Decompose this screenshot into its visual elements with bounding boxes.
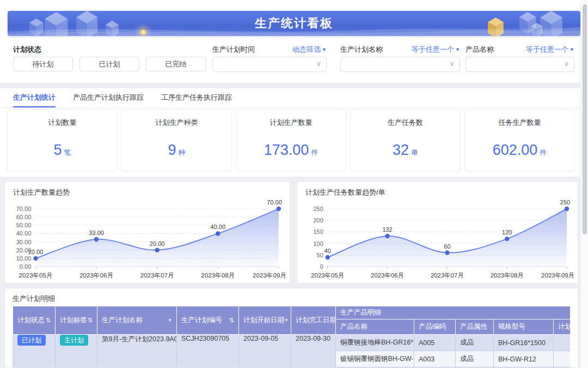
svg-text:50.00: 50.00 (16, 222, 32, 228)
svg-text:70.00: 70.00 (267, 199, 282, 206)
caret-down-icon: ▼ (569, 47, 574, 52)
chart-card-task-quantity-trend: 计划生产任务数量趋势/单 0501001502002502023年05月2023… (297, 181, 578, 283)
tab-process-task-tracking[interactable]: 工序生产任务执行跟踪 (161, 88, 232, 107)
product-name-select[interactable]: ∨ (465, 57, 574, 72)
status-filter-group: 待计划 已计划 已完结 (13, 57, 206, 71)
svg-text:40.00: 40.00 (16, 230, 32, 237)
col-header-product-code[interactable]: 产品编码 (414, 319, 456, 335)
plan-status-cell: 已计划 (13, 335, 56, 368)
tab-product-plan-tracking[interactable]: 产品生产计划执行跟踪 (73, 88, 144, 107)
chart-title: 计划生产数量趋势 (13, 188, 70, 197)
svg-text:2023年09月: 2023年09月 (541, 272, 574, 279)
svg-text:250: 250 (560, 199, 570, 206)
task-quantity-trend-chart[interactable]: 0501001502002502023年05月2023年06月2023年07月2… (299, 199, 575, 281)
stat-card-plan-count: 计划数量 5笔 (7, 109, 118, 171)
stat-card-plan-quantity: 计划生产数量 173.00件 (236, 109, 346, 171)
filter-plan-name-label: 生产计划名称 (340, 45, 383, 55)
svg-text:2023年07月: 2023年07月 (431, 272, 464, 279)
start-date-cell: 2023-09-05 (239, 335, 291, 368)
caret-down-icon: ▼ (455, 47, 460, 52)
col-header-product-spec[interactable]: 规格型号 (494, 319, 554, 335)
plan-name-select[interactable]: ∨ (340, 57, 460, 72)
svg-text:50: 50 (317, 252, 323, 258)
svg-text:150: 150 (314, 228, 323, 235)
svg-text:2023年08月: 2023年08月 (491, 272, 524, 279)
scrollbar-thumb[interactable] (583, 4, 587, 234)
time-select[interactable]: ∨ (212, 57, 327, 72)
svg-text:33.00: 33.00 (89, 230, 104, 236)
svg-text:2023年07月: 2023年07月 (140, 272, 174, 279)
svg-text:2023年05月: 2023年05月 (19, 272, 53, 279)
sort-icon[interactable]: ⇅ (88, 317, 93, 324)
svg-text:30.00: 30.00 (16, 239, 32, 245)
product-attr-cell: 成品 (456, 335, 494, 351)
statistics-panel: 生产计划统计 产品生产计划执行跟踪 工序生产任务执行跟踪 计划数量 5笔 计划生… (0, 88, 588, 177)
status-option-planned-button[interactable]: 已计划 (79, 57, 139, 71)
tag-badge: 主计划 (60, 335, 88, 346)
svg-text:0: 0 (320, 263, 323, 270)
status-option-pending-button[interactable]: 待计划 (13, 57, 73, 71)
col-header-plan-qty[interactable]: 计划生产数量 (554, 319, 571, 335)
vertical-scrollbar[interactable] (580, 0, 588, 368)
plan-detail-section: 生产计划明细 计划状态⇅ 计划标签⇅ 生产计划名称▼ 生产计划编号⇅ 计划开始日… (4, 288, 578, 368)
chart-card-plan-quantity-trend: 计划生产数量趋势 0.0010.0020.0030.0040.0050.0060… (4, 181, 290, 283)
product-spec-cell: BH-GR16*1500 (494, 335, 554, 351)
product-name-cell: 镀锡铜覆钢圆钢BH-GW-R12 (336, 351, 414, 367)
product-name-cell: 铜覆钢接地棒BH-GR16*1500 (336, 335, 414, 351)
col-header-plan-code[interactable]: 生产计划编号⇅ (177, 306, 239, 335)
chevron-down-icon: ∨ (449, 59, 455, 68)
caret-down-icon[interactable]: ▼ (284, 318, 289, 323)
plan-detail-table: 计划状态⇅ 计划标签⇅ 生产计划名称▼ 生产计划编号⇅ 计划开始日期▼ 计划完工… (13, 306, 570, 368)
status-option-closed-button[interactable]: 已完结 (146, 57, 206, 71)
table-title: 生产计划明细 (13, 294, 570, 306)
col-header-plan-tag[interactable]: 计划标签⇅ (56, 306, 97, 335)
plan-name-cell: 第9月-生产计划2023.9A06 (97, 335, 177, 368)
svg-text:10.00: 10.00 (28, 249, 44, 255)
svg-text:2023年06月: 2023年06月 (79, 272, 113, 279)
plan-tag-cell: 主计划 (56, 335, 97, 368)
finish-date-cell: 2023-09-30 (291, 335, 336, 368)
svg-text:2023年08月: 2023年08月 (201, 272, 235, 279)
filter-status-label: 计划状态 (13, 45, 41, 55)
svg-text:250: 250 (314, 206, 323, 212)
svg-text:40: 40 (324, 248, 331, 254)
filter-time-label: 生产计划时间 (212, 45, 255, 55)
col-header-product-attr[interactable]: 产品属性 (456, 319, 494, 335)
product-attr-cell: 成品 (456, 351, 494, 367)
time-operator-dropdown[interactable]: 动态筛选▼ (292, 45, 327, 55)
col-header-start-date[interactable]: 计划开始日期▼ (239, 306, 291, 335)
stat-card-product-kinds: 计划生产种类 9种 (121, 109, 232, 171)
table-row[interactable]: 已计划 主计划 第9月-生产计划2023.9A06 SCJH23090705 2… (13, 335, 571, 351)
stat-value: 5 (53, 142, 62, 158)
plan-quantity-trend-chart[interactable]: 0.0010.0020.0030.0040.0050.0060.0070.002… (7, 199, 287, 281)
caret-down-icon[interactable]: ▼ (168, 318, 172, 323)
chart-title: 计划生产任务数量趋势/单 (305, 188, 385, 197)
group-header-product-detail: 生产产品明细 (336, 306, 571, 319)
svg-text:10.00: 10.00 (16, 255, 32, 262)
tab-plan-statistics[interactable]: 生产计划统计 (13, 88, 56, 107)
sort-icon[interactable]: ⇅ (229, 317, 234, 324)
sort-icon[interactable]: ⇅ (46, 317, 51, 324)
product-name-operator-dropdown[interactable]: 等于任意一个▼ (526, 45, 574, 55)
stat-card-task-count: 生产任务数 32单 (350, 109, 461, 171)
col-header-finish-date[interactable]: 计划完工日期⇅ (291, 306, 336, 335)
svg-text:20.00: 20.00 (150, 240, 165, 247)
tab-bar: 生产计划统计 产品生产计划执行跟踪 工序生产任务执行跟踪 (0, 88, 588, 108)
plan-qty-cell (554, 351, 571, 367)
svg-text:2023年05月: 2023年05月 (311, 272, 344, 279)
col-header-product-name[interactable]: 产品名称 (336, 319, 414, 335)
plan-name-operator-dropdown[interactable]: 等于任意一个▼ (412, 45, 460, 55)
svg-text:2023年06月: 2023年06月 (371, 272, 404, 279)
svg-text:120: 120 (502, 229, 512, 236)
stat-card-row: 计划数量 5笔 计划生产种类 9种 计划生产数量 173.00件 生产任务数 3… (7, 109, 575, 171)
product-code-cell: A005 (414, 335, 456, 351)
col-header-plan-name[interactable]: 生产计划名称▼ (97, 306, 177, 335)
production-dashboard: 生产统计看板 计划状态 待计划 已计划 已完结 生产计划时间 动态筛选▼ ∨ 生… (0, 0, 588, 368)
svg-text:100: 100 (314, 240, 323, 247)
product-spec-cell: BH-GW-R12 (494, 351, 554, 367)
svg-text:200: 200 (314, 217, 323, 224)
plan-code-cell: SCJH23090705 (177, 335, 239, 368)
col-header-plan-status[interactable]: 计划状态⇅ (13, 306, 56, 335)
stat-value: 602.00 (493, 142, 538, 158)
chevron-down-icon: ∨ (316, 59, 321, 68)
